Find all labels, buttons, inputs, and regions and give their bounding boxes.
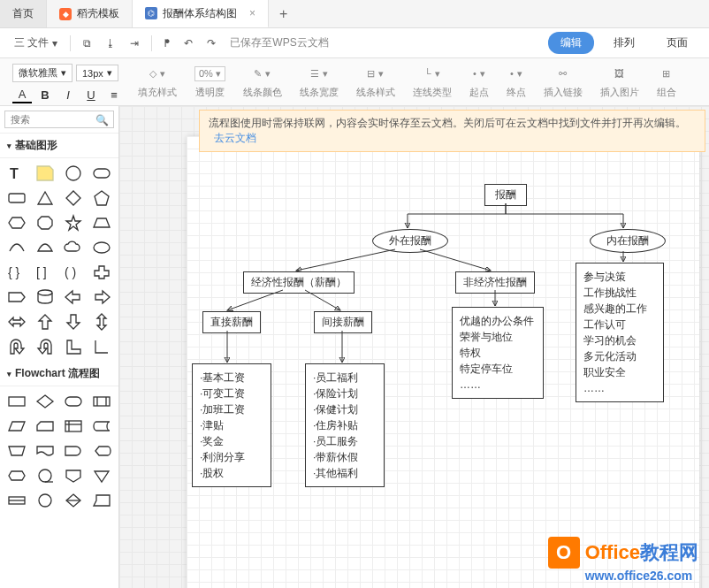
- fill-style-group[interactable]: ◇▾填充样式: [129, 64, 186, 99]
- shape-fc-stored[interactable]: [88, 415, 115, 438]
- shape-cloud[interactable]: [60, 236, 87, 259]
- start-point-group[interactable]: •▾起点: [461, 64, 498, 99]
- shape-fc-delay[interactable]: [60, 439, 87, 462]
- notice-link[interactable]: 去云文档: [214, 132, 256, 144]
- node-internal-list[interactable]: 参与决策 工作挑战性 感兴趣的工作 工作认可 学习的机会 多元化活动 职业安全 …: [576, 263, 664, 402]
- shape-fc-tape[interactable]: [32, 464, 58, 487]
- shape-hexagon[interactable]: [4, 211, 30, 234]
- shape-fc-prep[interactable]: [4, 464, 30, 487]
- shape-fc-or[interactable]: [4, 489, 30, 512]
- shape-fc-sort[interactable]: [60, 489, 87, 512]
- shape-arrow-down[interactable]: [60, 310, 87, 333]
- insert-link-group[interactable]: ⚯插入链接: [535, 64, 591, 99]
- shape-triangle[interactable]: [32, 187, 58, 210]
- bold-button[interactable]: B: [35, 86, 55, 103]
- close-icon[interactable]: ×: [249, 7, 255, 19]
- format-paint-icon[interactable]: ᖰ: [159, 34, 175, 53]
- shape-circle[interactable]: [60, 162, 87, 185]
- connector-type-group[interactable]: └▾连线类型: [404, 64, 461, 99]
- shape-uturn[interactable]: [4, 335, 30, 358]
- category-basic[interactable]: 基础图形: [0, 134, 118, 158]
- shape-fc-display[interactable]: [88, 439, 115, 462]
- redo-icon[interactable]: ↷: [202, 34, 221, 53]
- tab-home[interactable]: 首页: [0, 0, 47, 27]
- canvas-area[interactable]: 流程图使用时需保持联网，内容会实时保存至云文档。关闭后可在云文档中找到文件并打开…: [119, 106, 709, 588]
- group-button[interactable]: ⊞组合: [648, 64, 685, 99]
- tab-add[interactable]: +: [269, 6, 298, 22]
- node-nonecon[interactable]: 非经济性报酬: [455, 271, 535, 294]
- shape-fc-manual[interactable]: [4, 439, 30, 462]
- shape-text[interactable]: T: [4, 162, 30, 185]
- shape-fc-internal[interactable]: [60, 415, 87, 438]
- shape-rect[interactable]: [4, 187, 30, 210]
- node-nonecon-list[interactable]: 优越的办公条件 荣誉与地位 特权 特定停车位 ……: [452, 307, 544, 399]
- shape-rounded-rect[interactable]: [88, 162, 115, 185]
- shape-fc-card[interactable]: [32, 415, 58, 438]
- shape-arrow-ud[interactable]: [88, 310, 115, 333]
- shape-arc[interactable]: [4, 236, 30, 259]
- shape-ellipse[interactable]: [88, 236, 115, 259]
- shape-lshape[interactable]: [60, 335, 87, 358]
- shape-cross[interactable]: [88, 261, 115, 284]
- underline-button[interactable]: U: [81, 86, 101, 103]
- undo-icon[interactable]: ↶: [179, 34, 198, 53]
- node-direct-list[interactable]: ·基本工资 ·可变工资 ·加班工资 ·津贴 ·奖金 ·利润分享 ·股权: [192, 363, 271, 487]
- shape-tab[interactable]: [4, 286, 30, 309]
- shape-fc-merge[interactable]: [88, 464, 115, 487]
- category-flowchart[interactable]: Flowchart 流程图: [0, 362, 118, 386]
- line-color-group[interactable]: ✎▾线条颜色: [234, 64, 291, 99]
- node-indirect[interactable]: 间接薪酬: [314, 311, 372, 333]
- shape-fc-document[interactable]: [32, 439, 58, 462]
- shape-trapezoid[interactable]: [88, 211, 115, 234]
- shape-octagon[interactable]: [32, 211, 58, 234]
- line-style-group[interactable]: ⊟▾线条样式: [347, 64, 404, 99]
- italic-button[interactable]: I: [58, 86, 78, 103]
- shape-fc-collate[interactable]: [88, 489, 115, 512]
- shape-fc-terminator[interactable]: [60, 390, 87, 413]
- copy-icon[interactable]: ⧉: [78, 34, 96, 53]
- node-direct[interactable]: 直接薪酬: [202, 311, 261, 333]
- node-internal[interactable]: 内在报酬: [590, 229, 666, 253]
- shape-bracket[interactable]: [ ]: [32, 261, 58, 284]
- shape-brace-left[interactable]: { }: [4, 261, 30, 284]
- shape-uturn2[interactable]: [32, 335, 58, 358]
- shape-arrow-up[interactable]: [32, 310, 58, 333]
- shape-fc-offpage[interactable]: [60, 464, 87, 487]
- node-econ[interactable]: 经济性报酬（薪酬）: [243, 271, 354, 294]
- shape-fc-process[interactable]: [88, 390, 115, 413]
- shape-arrow-lr[interactable]: [4, 310, 30, 333]
- mode-page[interactable]: 页面: [654, 32, 700, 54]
- download-icon[interactable]: ⭳: [100, 34, 121, 53]
- shape-diamond[interactable]: [60, 187, 87, 210]
- shape-fc-diamond[interactable]: [32, 390, 58, 413]
- tab-document[interactable]: ⌬ 报酬体系结构图 ×: [133, 0, 269, 27]
- mode-edit[interactable]: 编辑: [548, 32, 594, 54]
- node-external[interactable]: 外在报酬: [372, 229, 448, 253]
- file-menu[interactable]: 三 文件▾: [9, 32, 63, 54]
- shape-fc-rect[interactable]: [4, 390, 30, 413]
- node-indirect-list[interactable]: ·员工福利 ·保险计划 ·保健计划 ·住房补贴 ·员工服务 ·带薪休假 ·其他福…: [305, 363, 385, 487]
- font-color-button[interactable]: A: [12, 86, 32, 103]
- line-width-group[interactable]: ☰▾线条宽度: [291, 64, 347, 99]
- font-family-select[interactable]: 微软雅黑▾: [12, 64, 72, 82]
- mode-arrange[interactable]: 排列: [601, 32, 647, 54]
- shape-arrow-left[interactable]: [60, 286, 87, 309]
- search-icon[interactable]: 🔍: [95, 114, 109, 126]
- node-root[interactable]: 报酬: [484, 184, 527, 206]
- shape-cylinder[interactable]: [32, 286, 58, 309]
- insert-image-group[interactable]: 🖼插入图片: [591, 64, 648, 99]
- shape-note[interactable]: [32, 162, 58, 185]
- shape-paren[interactable]: ( ): [60, 261, 87, 284]
- shape-fc-data[interactable]: [4, 415, 30, 438]
- shape-corner[interactable]: [88, 335, 115, 358]
- shape-star[interactable]: [60, 211, 87, 234]
- shape-fc-connector[interactable]: [32, 489, 58, 512]
- tab-template[interactable]: ◆ 稻壳模板: [47, 0, 133, 27]
- shape-pentagon[interactable]: [88, 187, 115, 210]
- shape-arrow-right[interactable]: [88, 286, 115, 309]
- font-size-select[interactable]: 13px▾: [76, 65, 118, 81]
- align-button[interactable]: ≡: [104, 86, 124, 103]
- shape-chord[interactable]: [32, 236, 58, 259]
- export-icon[interactable]: ⇥: [125, 34, 144, 53]
- end-point-group[interactable]: •▾终点: [498, 64, 535, 99]
